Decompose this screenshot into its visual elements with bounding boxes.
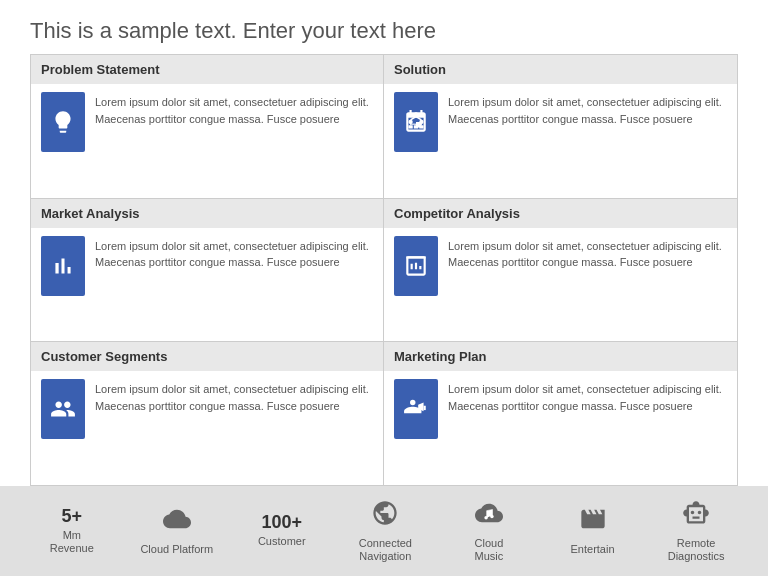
footer-item-cloud-music: CloudMusic: [454, 499, 524, 563]
entertain-icon: [579, 505, 607, 533]
section-body-customer-segments: Lorem ipsum dolor sit amet, consectetuer…: [31, 371, 383, 485]
chart-icon: [50, 253, 76, 279]
cloud-music-icon: [475, 499, 503, 533]
footer: 5+ MmRevenue Cloud Platform 100+ Custome…: [0, 486, 768, 576]
section-solution: Solution: [384, 55, 737, 199]
section-body-problem-statement: Lorem ipsum dolor sit amet, consectetuer…: [31, 84, 383, 198]
cloud-platform-icon: [163, 505, 191, 539]
section-text-customer-segments: Lorem ipsum dolor sit amet, consectetuer…: [95, 379, 373, 414]
section-text-market-analysis: Lorem ipsum dolor sit amet, consectetuer…: [95, 236, 373, 271]
section-problem-statement: Problem Statement Lorem ipsum dolor sit …: [31, 55, 384, 199]
section-customer-segments: Customer Segments Lorem ipsum dolor sit …: [31, 342, 384, 485]
icon-box-competitor-analysis: [394, 236, 438, 296]
svg-point-0: [414, 112, 418, 116]
icon-box-marketing-plan: [394, 379, 438, 439]
page-title: This is a sample text. Enter your text h…: [30, 18, 738, 44]
section-header-competitor-analysis: Competitor Analysis: [384, 199, 737, 228]
footer-item-cloud-platform: Cloud Platform: [140, 505, 213, 556]
footer-item-revenue: 5+ MmRevenue: [37, 507, 107, 555]
section-body-marketing-plan: Lorem ipsum dolor sit amet, consectetuer…: [384, 371, 737, 485]
section-body-competitor-analysis: Lorem ipsum dolor sit amet, consectetuer…: [384, 228, 737, 342]
section-market-analysis: Market Analysis Lorem ipsum dolor sit am…: [31, 199, 384, 343]
footer-item-customer: 100+ Customer: [247, 513, 317, 548]
footer-entertain-label: Entertain: [571, 543, 615, 556]
footer-remote-diagnostics-label: RemoteDiagnostics: [668, 537, 725, 563]
icon-box-problem-statement: [41, 92, 85, 152]
footer-revenue-label: MmRevenue: [50, 529, 94, 555]
globe-icon: [371, 499, 399, 533]
film-icon: [579, 505, 607, 539]
footer-cloud-platform-label: Cloud Platform: [140, 543, 213, 556]
footer-customer-label: Customer: [258, 535, 306, 548]
content-area: Problem Statement Lorem ipsum dolor sit …: [0, 54, 768, 486]
section-body-market-analysis: Lorem ipsum dolor sit amet, consectetuer…: [31, 228, 383, 342]
section-header-problem-statement: Problem Statement: [31, 55, 383, 84]
footer-connected-nav-label: ConnectedNavigation: [359, 537, 412, 563]
footer-customer-value: 100+: [261, 513, 302, 531]
section-header-marketing-plan: Marketing Plan: [384, 342, 737, 371]
header: This is a sample text. Enter your text h…: [0, 0, 768, 54]
svg-point-2: [419, 120, 423, 124]
section-text-marketing-plan: Lorem ipsum dolor sit amet, consectetuer…: [448, 379, 727, 414]
megaphone-icon: [403, 396, 429, 422]
section-header-market-analysis: Market Analysis: [31, 199, 383, 228]
presentation-icon: [403, 253, 429, 279]
icon-box-solution: [394, 92, 438, 152]
grid-table: Problem Statement Lorem ipsum dolor sit …: [30, 54, 738, 486]
svg-point-14: [484, 516, 488, 520]
svg-rect-7: [419, 125, 423, 128]
section-competitor-analysis: Competitor Analysis Lorem ipsum dolor si…: [384, 199, 737, 343]
robot-icon: [682, 499, 710, 533]
connected-nav-icon: [371, 499, 399, 527]
section-header-solution: Solution: [384, 55, 737, 84]
cloud-icon: [163, 505, 191, 533]
footer-item-connected-navigation: ConnectedNavigation: [350, 499, 420, 563]
footer-revenue-value: 5+: [62, 507, 83, 525]
section-header-customer-segments: Customer Segments: [31, 342, 383, 371]
people-icon: [50, 396, 76, 422]
section-body-solution: Lorem ipsum dolor sit amet, consectetuer…: [384, 84, 737, 198]
footer-cloud-music-label: CloudMusic: [475, 537, 504, 563]
main-container: This is a sample text. Enter your text h…: [0, 0, 768, 576]
section-text-solution: Lorem ipsum dolor sit amet, consectetuer…: [448, 92, 727, 127]
svg-point-15: [490, 515, 494, 519]
section-text-competitor-analysis: Lorem ipsum dolor sit amet, consectetuer…: [448, 236, 727, 271]
footer-item-remote-diagnostics: RemoteDiagnostics: [661, 499, 731, 563]
network-icon: [403, 109, 429, 135]
svg-point-13: [410, 400, 415, 405]
lightbulb-icon: [50, 109, 76, 135]
icon-box-customer-segments: [41, 379, 85, 439]
section-text-problem-statement: Lorem ipsum dolor sit amet, consectetuer…: [95, 92, 373, 127]
section-marketing-plan: Marketing Plan: [384, 342, 737, 485]
music-cloud-icon: [475, 499, 503, 527]
svg-rect-5: [408, 125, 412, 128]
icon-box-market-analysis: [41, 236, 85, 296]
footer-item-entertain: Entertain: [558, 505, 628, 556]
svg-point-1: [408, 120, 412, 124]
svg-rect-6: [414, 125, 418, 128]
diagnostics-icon: [682, 499, 710, 527]
